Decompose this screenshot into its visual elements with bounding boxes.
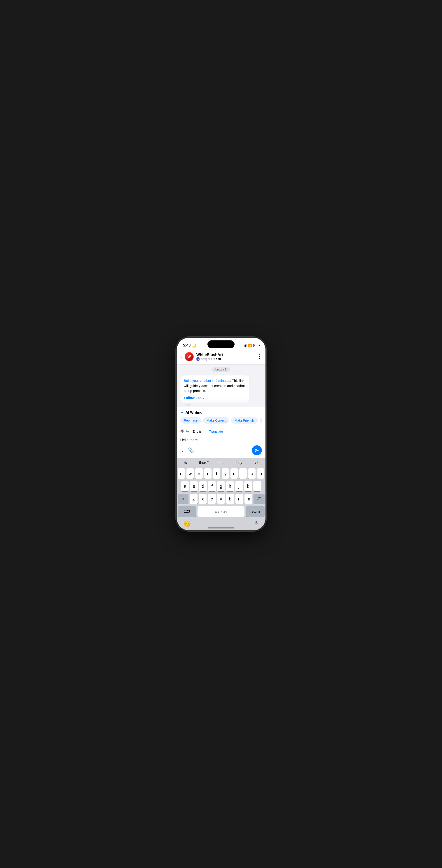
make-friendly-chip[interactable]: Make Friendly <box>231 417 258 424</box>
toolbar-left: ⌄ 📎 <box>180 447 194 453</box>
battery-icon <box>253 344 259 347</box>
contact-info: WhiteBlushArt RJ Assigned to You <box>196 352 254 361</box>
key-r[interactable]: r <box>204 468 211 479</box>
key-t[interactable]: t <box>213 468 220 479</box>
key-j[interactable]: j <box>235 481 243 491</box>
shift-key[interactable]: ⇧ <box>178 494 189 504</box>
make-correct-chip[interactable]: Make Correct <box>203 417 229 424</box>
key-i[interactable]: i <box>239 468 247 479</box>
contact-avatar: W <box>185 352 194 361</box>
suggestion-5[interactable]: ‹ व <box>248 460 266 466</box>
key-f[interactable]: f <box>208 481 216 491</box>
ai-writing-header: ✦ AI Writing <box>180 410 262 415</box>
date-label: January 23 <box>211 367 230 372</box>
date-separator: January 23 <box>177 365 266 375</box>
signal-icon <box>243 344 247 347</box>
key-l[interactable]: l <box>253 481 261 491</box>
emoji-button[interactable]: 😊 <box>183 520 191 527</box>
follow-ups-button[interactable]: Follow ups ⌄ <box>184 395 246 401</box>
key-z[interactable]: z <box>190 494 198 504</box>
delete-key[interactable]: ⌫ <box>253 494 264 504</box>
attach-button[interactable]: 📎 <box>188 447 194 453</box>
translate-icon: 字 <box>180 429 184 434</box>
keyboard-suggestions: क› "there" the they ‹ व <box>177 458 266 467</box>
moon-icon: 🌙 <box>192 343 196 348</box>
contact-name: WhiteBlushArt <box>196 352 254 357</box>
wifi-icon: 📶 <box>248 344 252 347</box>
text-input[interactable]: Hello there <box>180 438 262 443</box>
rephrase-chip[interactable]: Rephrase <box>180 417 201 424</box>
keyboard-row-2: a s d f g h j k l <box>178 481 265 491</box>
key-p[interactable]: p <box>257 468 264 479</box>
key-n[interactable]: n <box>235 494 243 504</box>
language-selector[interactable]: English ⌄ <box>193 430 207 433</box>
send-icon <box>254 448 259 453</box>
key-k[interactable]: k <box>244 481 252 491</box>
message-time-1: 2:16 PM <box>180 404 192 407</box>
suggestion-3[interactable]: the <box>212 460 230 466</box>
more-button[interactable]: ⋮ <box>257 354 262 360</box>
status-time: 5:43 🌙 <box>183 343 196 348</box>
dynamic-island <box>207 340 235 348</box>
return-key[interactable]: return <box>246 506 265 517</box>
keyboard: q w e r t y u i o p a s d f g h j k <box>177 467 266 519</box>
back-button[interactable]: ‹ <box>180 354 182 359</box>
mic-icon <box>254 521 259 526</box>
status-icons: 📶 <box>243 344 259 347</box>
key-o[interactable]: o <box>248 468 256 479</box>
language-label: English <box>193 430 204 433</box>
keyboard-row-4: 123 EN PA HI return <box>178 506 265 517</box>
assigned-row: RJ Assigned to You <box>196 357 254 361</box>
key-u[interactable]: u <box>231 468 238 479</box>
language-chevron-icon: ⌄ <box>205 430 207 433</box>
key-x[interactable]: x <box>199 494 207 504</box>
key-d[interactable]: d <box>199 481 207 491</box>
key-b[interactable]: b <box>226 494 234 504</box>
suggestion-1[interactable]: क› <box>177 460 195 466</box>
input-area: Hello there ⌄ 📎 <box>177 435 266 458</box>
key-g[interactable]: g <box>217 481 225 491</box>
space-key[interactable]: EN PA HI <box>198 506 244 517</box>
key-q[interactable]: q <box>178 468 185 479</box>
collapse-button[interactable]: ⌄ <box>180 447 184 453</box>
key-h[interactable]: h <box>226 481 234 491</box>
bottom-bar: 😊 <box>177 519 266 530</box>
key-s[interactable]: s <box>190 481 198 491</box>
mic-button[interactable] <box>254 521 259 527</box>
svg-text:A: A <box>188 431 190 433</box>
translate-row: 字 A A English ⌄ Translate <box>177 426 266 435</box>
key-c[interactable]: c <box>208 494 215 504</box>
follow-ups-chevron-icon: ⌄ <box>203 396 205 400</box>
nav-header: ‹ W WhiteBlushArt RJ Assigned to You ⋮ <box>177 350 266 365</box>
send-button[interactable] <box>252 445 262 455</box>
home-indicator <box>207 527 235 528</box>
assigned-label: Assigned to <box>201 358 215 361</box>
ai-chips-container: Rephrase Make Correct Make Friendly Make… <box>180 417 262 425</box>
message-bubble-1: Build your chatbot in 2 minutes. This li… <box>180 375 250 403</box>
language-icon: A A <box>186 429 190 433</box>
assigned-user: You <box>216 358 221 361</box>
ai-writing-label: AI Writing <box>185 410 203 414</box>
keyboard-row-1: q w e r t y u i o p <box>178 468 265 479</box>
time-display: 5:43 <box>183 343 191 348</box>
chat-area: January 23 Build your chatbot in 2 minut… <box>177 365 266 407</box>
key-v[interactable]: v <box>217 494 225 504</box>
keyboard-row-3: ⇧ z x c v b n m ⌫ <box>178 494 265 504</box>
message-left-1: Build your chatbot in 2 minutes. This li… <box>180 375 262 407</box>
suggestion-2[interactable]: "there" <box>194 460 212 466</box>
key-a[interactable]: a <box>181 481 189 491</box>
assigned-avatar-icon: RJ <box>196 357 200 361</box>
chatbot-link[interactable]: Build your chatbot in 2 minutes <box>184 379 230 382</box>
message-container-1: Build your chatbot in 2 minutes. This li… <box>177 375 266 407</box>
key-m[interactable]: m <box>244 494 252 504</box>
ai-star-icon: ✦ <box>180 410 184 415</box>
input-toolbar: ⌄ 📎 <box>180 445 262 455</box>
translate-button[interactable]: Translate <box>209 430 223 433</box>
key-w[interactable]: w <box>186 468 194 479</box>
key-y[interactable]: y <box>222 468 229 479</box>
make-formal-chip[interactable]: Make Formal <box>260 417 262 424</box>
numbers-key[interactable]: 123 <box>178 506 196 517</box>
suggestion-4[interactable]: they <box>230 460 248 466</box>
follow-ups-label: Follow ups <box>184 395 202 401</box>
key-e[interactable]: e <box>195 468 203 479</box>
